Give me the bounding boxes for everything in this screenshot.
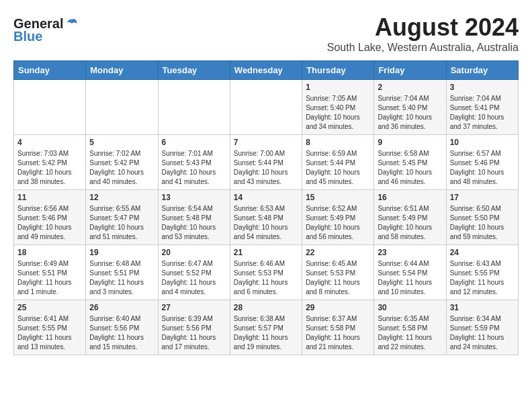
weekday-header-sunday: Sunday [14, 61, 86, 80]
day-number: 5 [89, 138, 154, 147]
day-number: 29 [306, 303, 370, 312]
calendar-cell [158, 80, 230, 135]
calendar-cell: 2Sunrise: 7:04 AMSunset: 5:40 PMDaylight… [374, 80, 446, 135]
weekday-header-monday: Monday [86, 61, 158, 80]
calendar-cell [14, 80, 86, 135]
cell-content: Sunrise: 6:58 AMSunset: 5:45 PMDaylight:… [378, 149, 442, 187]
day-number: 4 [17, 138, 82, 147]
day-number: 21 [234, 248, 298, 257]
cell-content: Sunrise: 6:45 AMSunset: 5:53 PMDaylight:… [306, 259, 370, 297]
calendar-cell [230, 80, 302, 135]
weekday-header-saturday: Saturday [446, 61, 518, 80]
cell-content: Sunrise: 6:48 AMSunset: 5:51 PMDaylight:… [89, 259, 154, 297]
day-number: 10 [450, 138, 515, 147]
calendar-cell: 11Sunrise: 6:56 AMSunset: 5:46 PMDayligh… [14, 190, 86, 245]
calendar-cell: 25Sunrise: 6:41 AMSunset: 5:55 PMDayligh… [14, 300, 86, 355]
calendar-cell: 13Sunrise: 6:54 AMSunset: 5:48 PMDayligh… [158, 190, 230, 245]
calendar-header: August 2024 South Lake, Western Australi… [13, 13, 519, 54]
cell-content: Sunrise: 6:54 AMSunset: 5:48 PMDaylight:… [162, 204, 226, 242]
day-number: 8 [306, 138, 370, 147]
day-number: 12 [89, 193, 154, 202]
cell-content: Sunrise: 6:34 AMSunset: 5:59 PMDaylight:… [450, 314, 515, 352]
cell-content: Sunrise: 7:05 AMSunset: 5:40 PMDaylight:… [306, 94, 370, 132]
day-number: 20 [162, 248, 226, 257]
cell-content: Sunrise: 6:39 AMSunset: 5:56 PMDaylight:… [162, 314, 226, 352]
calendar-cell: 31Sunrise: 6:34 AMSunset: 5:59 PMDayligh… [446, 300, 518, 355]
calendar-cell: 26Sunrise: 6:40 AMSunset: 5:56 PMDayligh… [86, 300, 158, 355]
calendar-cell: 28Sunrise: 6:38 AMSunset: 5:57 PMDayligh… [230, 300, 302, 355]
cell-content: Sunrise: 6:53 AMSunset: 5:48 PMDaylight:… [234, 204, 298, 242]
calendar-cell: 10Sunrise: 6:57 AMSunset: 5:46 PMDayligh… [446, 135, 518, 190]
cell-content: Sunrise: 6:47 AMSunset: 5:52 PMDaylight:… [162, 259, 226, 297]
cell-content: Sunrise: 6:55 AMSunset: 5:47 PMDaylight:… [89, 204, 154, 242]
cell-content: Sunrise: 6:44 AMSunset: 5:54 PMDaylight:… [378, 259, 442, 297]
day-number: 9 [378, 138, 442, 147]
cell-content: Sunrise: 6:37 AMSunset: 5:58 PMDaylight:… [306, 314, 370, 352]
day-number: 1 [306, 83, 370, 92]
cell-content: Sunrise: 6:56 AMSunset: 5:46 PMDaylight:… [17, 204, 82, 242]
day-number: 26 [89, 303, 154, 312]
day-number: 13 [162, 193, 226, 202]
cell-content: Sunrise: 6:57 AMSunset: 5:46 PMDaylight:… [450, 149, 515, 187]
calendar-cell: 29Sunrise: 6:37 AMSunset: 5:58 PMDayligh… [302, 300, 374, 355]
day-number: 14 [234, 193, 298, 202]
day-number: 15 [306, 193, 370, 202]
day-number: 3 [450, 83, 515, 92]
calendar-cell: 17Sunrise: 6:50 AMSunset: 5:50 PMDayligh… [446, 190, 518, 245]
logo-text-blue: Blue [13, 29, 42, 44]
cell-content: Sunrise: 6:41 AMSunset: 5:55 PMDaylight:… [17, 314, 82, 352]
calendar-cell: 19Sunrise: 6:48 AMSunset: 5:51 PMDayligh… [86, 245, 158, 300]
cell-content: Sunrise: 6:59 AMSunset: 5:44 PMDaylight:… [306, 149, 370, 187]
day-number: 28 [234, 303, 298, 312]
cell-content: Sunrise: 6:38 AMSunset: 5:57 PMDaylight:… [234, 314, 298, 352]
calendar-cell: 24Sunrise: 6:43 AMSunset: 5:55 PMDayligh… [446, 245, 518, 300]
calendar-cell: 8Sunrise: 6:59 AMSunset: 5:44 PMDaylight… [302, 135, 374, 190]
day-number: 2 [378, 83, 442, 92]
day-number: 23 [378, 248, 442, 257]
calendar-cell: 30Sunrise: 6:35 AMSunset: 5:58 PMDayligh… [374, 300, 446, 355]
day-number: 27 [162, 303, 226, 312]
calendar-cell: 27Sunrise: 6:39 AMSunset: 5:56 PMDayligh… [158, 300, 230, 355]
cell-content: Sunrise: 7:03 AMSunset: 5:42 PMDaylight:… [17, 149, 82, 187]
calendar-cell: 16Sunrise: 6:51 AMSunset: 5:49 PMDayligh… [374, 190, 446, 245]
calendar-cell: 23Sunrise: 6:44 AMSunset: 5:54 PMDayligh… [374, 245, 446, 300]
day-number: 30 [378, 303, 442, 312]
cell-content: Sunrise: 6:52 AMSunset: 5:49 PMDaylight:… [306, 204, 370, 242]
calendar-subtitle: South Lake, Western Australia, Australia [13, 42, 519, 54]
cell-content: Sunrise: 7:00 AMSunset: 5:44 PMDaylight:… [234, 149, 298, 187]
logo-bird-icon [64, 17, 79, 32]
cell-content: Sunrise: 6:51 AMSunset: 5:49 PMDaylight:… [378, 204, 442, 242]
calendar-cell: 4Sunrise: 7:03 AMSunset: 5:42 PMDaylight… [14, 135, 86, 190]
cell-content: Sunrise: 6:35 AMSunset: 5:58 PMDaylight:… [378, 314, 442, 352]
calendar-cell: 21Sunrise: 6:46 AMSunset: 5:53 PMDayligh… [230, 245, 302, 300]
calendar-table: SundayMondayTuesdayWednesdayThursdayFrid… [13, 60, 519, 355]
day-number: 18 [17, 248, 82, 257]
calendar-cell: 6Sunrise: 7:01 AMSunset: 5:43 PMDaylight… [158, 135, 230, 190]
calendar-cell: 14Sunrise: 6:53 AMSunset: 5:48 PMDayligh… [230, 190, 302, 245]
cell-content: Sunrise: 7:01 AMSunset: 5:43 PMDaylight:… [162, 149, 226, 187]
day-number: 25 [17, 303, 82, 312]
day-number: 17 [450, 193, 515, 202]
weekday-header-friday: Friday [374, 61, 446, 80]
cell-content: Sunrise: 6:40 AMSunset: 5:56 PMDaylight:… [89, 314, 154, 352]
calendar-cell: 22Sunrise: 6:45 AMSunset: 5:53 PMDayligh… [302, 245, 374, 300]
calendar-cell: 20Sunrise: 6:47 AMSunset: 5:52 PMDayligh… [158, 245, 230, 300]
calendar-cell: 1Sunrise: 7:05 AMSunset: 5:40 PMDaylight… [302, 80, 374, 135]
calendar-cell: 12Sunrise: 6:55 AMSunset: 5:47 PMDayligh… [86, 190, 158, 245]
calendar-title: August 2024 [13, 13, 519, 42]
day-number: 16 [378, 193, 442, 202]
calendar-cell: 5Sunrise: 7:02 AMSunset: 5:42 PMDaylight… [86, 135, 158, 190]
cell-content: Sunrise: 7:04 AMSunset: 5:41 PMDaylight:… [450, 94, 515, 132]
cell-content: Sunrise: 7:04 AMSunset: 5:40 PMDaylight:… [378, 94, 442, 132]
calendar-cell: 9Sunrise: 6:58 AMSunset: 5:45 PMDaylight… [374, 135, 446, 190]
day-number: 22 [306, 248, 370, 257]
cell-content: Sunrise: 7:02 AMSunset: 5:42 PMDaylight:… [89, 149, 154, 187]
calendar-cell: 18Sunrise: 6:49 AMSunset: 5:51 PMDayligh… [14, 245, 86, 300]
day-number: 11 [17, 193, 82, 202]
day-number: 6 [162, 138, 226, 147]
cell-content: Sunrise: 6:50 AMSunset: 5:50 PMDaylight:… [450, 204, 515, 242]
day-number: 24 [450, 248, 515, 257]
cell-content: Sunrise: 6:49 AMSunset: 5:51 PMDaylight:… [17, 259, 82, 297]
logo: General Blue [13, 16, 79, 44]
weekday-header-thursday: Thursday [302, 61, 374, 80]
